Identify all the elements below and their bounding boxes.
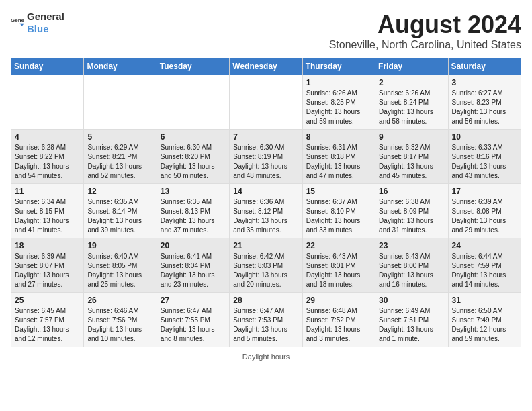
col-header-thursday: Thursday (302, 58, 375, 75)
day-info: Sunrise: 6:37 AMSunset: 8:10 PMDaylight:… (306, 198, 361, 234)
day-cell: 4 Sunrise: 6:28 AMSunset: 8:22 PMDayligh… (11, 130, 84, 184)
day-number: 16 (379, 187, 444, 196)
col-header-sunday: Sunday (11, 58, 84, 75)
day-number: 14 (233, 187, 298, 196)
day-info: Sunrise: 6:31 AMSunset: 8:18 PMDaylight:… (306, 144, 361, 179)
week-row-2: 4 Sunrise: 6:28 AMSunset: 8:22 PMDayligh… (11, 130, 521, 184)
day-info: Sunrise: 6:47 AMSunset: 7:55 PMDaylight:… (161, 307, 215, 342)
day-cell: 2 Sunrise: 6:26 AMSunset: 8:24 PMDayligh… (375, 75, 448, 130)
subtitle: Stoneville, North Carolina, United State… (329, 39, 521, 51)
day-info: Sunrise: 6:47 AMSunset: 7:53 PMDaylight:… (233, 307, 287, 342)
day-info: Sunrise: 6:44 AMSunset: 7:59 PMDaylight:… (452, 253, 506, 288)
day-number: 11 (15, 187, 80, 196)
day-cell (11, 75, 84, 130)
day-info: Sunrise: 6:50 AMSunset: 7:49 PMDaylight:… (452, 307, 506, 342)
header: General General Blue August 2024 Stonevi… (11, 11, 521, 51)
day-number: 13 (161, 187, 226, 196)
col-header-monday: Monday (84, 58, 157, 75)
footer-note: Daylight hours (11, 353, 521, 361)
day-cell (84, 75, 157, 130)
day-cell: 12 Sunrise: 6:35 AMSunset: 8:14 PMDaylig… (84, 184, 157, 238)
day-number: 4 (15, 132, 80, 142)
day-info: Sunrise: 6:34 AMSunset: 8:15 PMDaylight:… (15, 198, 69, 234)
day-cell: 24 Sunrise: 6:44 AMSunset: 7:59 PMDaylig… (448, 238, 521, 293)
day-number: 20 (161, 241, 226, 250)
week-row-5: 25 Sunrise: 6:45 AMSunset: 7:57 PMDaylig… (11, 293, 521, 347)
col-header-wednesday: Wednesday (230, 58, 302, 75)
day-info: Sunrise: 6:40 AMSunset: 8:05 PMDaylight:… (87, 253, 142, 288)
logo-general: General (27, 11, 64, 22)
day-info: Sunrise: 6:30 AMSunset: 8:19 PMDaylight:… (233, 144, 287, 179)
day-cell: 11 Sunrise: 6:34 AMSunset: 8:15 PMDaylig… (11, 184, 84, 238)
week-row-4: 18 Sunrise: 6:39 AMSunset: 8:07 PMDaylig… (11, 238, 521, 293)
day-number: 5 (87, 132, 152, 142)
day-cell: 26 Sunrise: 6:46 AMSunset: 7:56 PMDaylig… (84, 293, 157, 347)
svg-marker-1 (19, 24, 24, 26)
day-info: Sunrise: 6:46 AMSunset: 7:56 PMDaylight:… (87, 307, 142, 342)
day-number: 15 (306, 187, 371, 196)
day-number: 7 (233, 132, 298, 142)
day-info: Sunrise: 6:39 AMSunset: 8:08 PMDaylight:… (452, 198, 506, 234)
day-cell: 29 Sunrise: 6:48 AMSunset: 7:52 PMDaylig… (302, 293, 375, 347)
day-info: Sunrise: 6:43 AMSunset: 8:00 PMDaylight:… (379, 253, 433, 288)
day-info: Sunrise: 6:33 AMSunset: 8:16 PMDaylight:… (452, 144, 506, 179)
day-number: 6 (161, 132, 226, 142)
day-info: Sunrise: 6:41 AMSunset: 8:04 PMDaylight:… (161, 253, 215, 288)
day-number: 28 (233, 295, 298, 305)
day-cell: 21 Sunrise: 6:42 AMSunset: 8:03 PMDaylig… (230, 238, 302, 293)
day-info: Sunrise: 6:27 AMSunset: 8:23 PMDaylight:… (452, 89, 506, 125)
day-cell: 13 Sunrise: 6:35 AMSunset: 8:13 PMDaylig… (157, 184, 229, 238)
day-info: Sunrise: 6:30 AMSunset: 8:20 PMDaylight:… (161, 144, 215, 179)
day-number: 26 (87, 295, 152, 305)
day-cell: 31 Sunrise: 6:50 AMSunset: 7:49 PMDaylig… (448, 293, 521, 347)
day-cell: 1 Sunrise: 6:26 AMSunset: 8:25 PMDayligh… (302, 75, 375, 130)
day-number: 25 (15, 295, 80, 305)
day-cell: 16 Sunrise: 6:38 AMSunset: 8:09 PMDaylig… (375, 184, 448, 238)
day-info: Sunrise: 6:35 AMSunset: 8:13 PMDaylight:… (161, 198, 215, 234)
day-cell: 15 Sunrise: 6:37 AMSunset: 8:10 PMDaylig… (302, 184, 375, 238)
day-cell: 8 Sunrise: 6:31 AMSunset: 8:18 PMDayligh… (302, 130, 375, 184)
day-cell: 6 Sunrise: 6:30 AMSunset: 8:20 PMDayligh… (157, 130, 229, 184)
day-cell: 14 Sunrise: 6:36 AMSunset: 8:12 PMDaylig… (230, 184, 302, 238)
day-cell: 9 Sunrise: 6:32 AMSunset: 8:17 PMDayligh… (375, 130, 448, 184)
day-info: Sunrise: 6:35 AMSunset: 8:14 PMDaylight:… (87, 198, 142, 234)
logo-blue: Blue (27, 23, 49, 34)
day-number: 8 (306, 132, 371, 142)
day-number: 29 (306, 295, 371, 305)
day-number: 21 (233, 241, 298, 250)
day-info: Sunrise: 6:36 AMSunset: 8:12 PMDaylight:… (233, 198, 287, 234)
week-row-1: 1 Sunrise: 6:26 AMSunset: 8:25 PMDayligh… (11, 75, 521, 130)
day-cell: 30 Sunrise: 6:49 AMSunset: 7:51 PMDaylig… (375, 293, 448, 347)
col-header-tuesday: Tuesday (157, 58, 229, 75)
day-cell: 18 Sunrise: 6:39 AMSunset: 8:07 PMDaylig… (11, 238, 84, 293)
day-cell: 25 Sunrise: 6:45 AMSunset: 7:57 PMDaylig… (11, 293, 84, 347)
day-number: 3 (452, 78, 517, 87)
day-info: Sunrise: 6:48 AMSunset: 7:52 PMDaylight:… (306, 307, 361, 342)
day-cell: 23 Sunrise: 6:43 AMSunset: 8:00 PMDaylig… (375, 238, 448, 293)
day-number: 24 (452, 241, 517, 250)
col-header-saturday: Saturday (448, 58, 521, 75)
day-info: Sunrise: 6:43 AMSunset: 8:01 PMDaylight:… (306, 253, 361, 288)
day-cell: 28 Sunrise: 6:47 AMSunset: 7:53 PMDaylig… (230, 293, 302, 347)
day-info: Sunrise: 6:45 AMSunset: 7:57 PMDaylight:… (15, 307, 69, 342)
day-info: Sunrise: 6:26 AMSunset: 8:25 PMDaylight:… (306, 89, 361, 125)
day-cell: 7 Sunrise: 6:30 AMSunset: 8:19 PMDayligh… (230, 130, 302, 184)
day-info: Sunrise: 6:29 AMSunset: 8:21 PMDaylight:… (87, 144, 142, 179)
day-cell (157, 75, 229, 130)
day-number: 1 (306, 78, 371, 87)
day-cell: 19 Sunrise: 6:40 AMSunset: 8:05 PMDaylig… (84, 238, 157, 293)
day-number: 27 (161, 295, 226, 305)
svg-text:General: General (11, 17, 24, 24)
week-row-3: 11 Sunrise: 6:34 AMSunset: 8:15 PMDaylig… (11, 184, 521, 238)
logo: General General Blue (11, 11, 64, 35)
day-cell: 10 Sunrise: 6:33 AMSunset: 8:16 PMDaylig… (448, 130, 521, 184)
day-number: 30 (379, 295, 444, 305)
day-number: 18 (15, 241, 80, 250)
header-row: SundayMondayTuesdayWednesdayThursdayFrid… (11, 58, 521, 75)
logo-icon: General (11, 16, 24, 30)
day-number: 22 (306, 241, 371, 250)
day-number: 2 (379, 78, 444, 87)
title-section: August 2024 Stoneville, North Carolina, … (329, 11, 521, 51)
day-number: 9 (379, 132, 444, 142)
day-cell: 27 Sunrise: 6:47 AMSunset: 7:55 PMDaylig… (157, 293, 229, 347)
